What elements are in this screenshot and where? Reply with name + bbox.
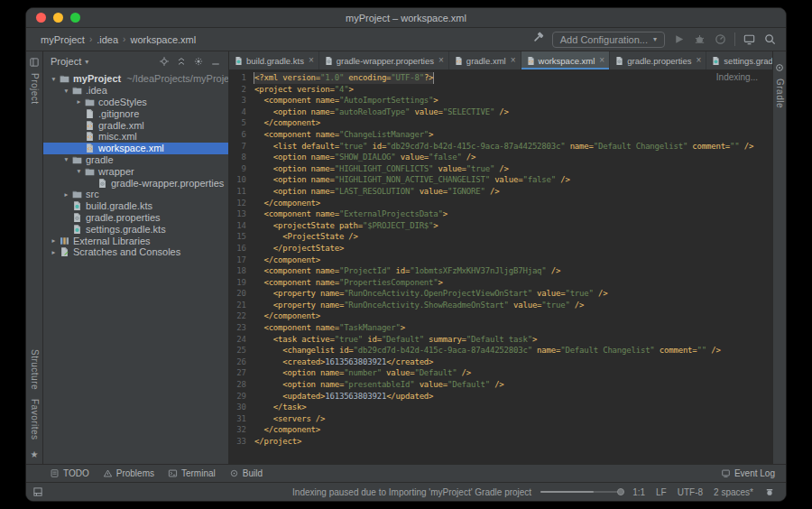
- editor-tab-settings-gradle-kts[interactable]: settings.gradle.kts×: [706, 51, 772, 69]
- tree-item-src[interactable]: ▸src: [43, 189, 228, 200]
- problems-icon: [103, 468, 113, 478]
- collapse-all-icon[interactable]: [176, 56, 187, 67]
- editor-tab-gradle-xml[interactable]: gradle.xml×: [449, 51, 521, 69]
- chevron-closed-icon[interactable]: ▸: [49, 248, 59, 256]
- toolwindow-toggle-icon[interactable]: [32, 486, 43, 497]
- code-line-text: <projectState path="$PROJECT_DIR$">: [254, 220, 438, 232]
- gradle-file-icon: [71, 200, 83, 211]
- toolwindow-tab-structure[interactable]: Structure: [30, 349, 40, 390]
- line-number: 8: [229, 152, 254, 163]
- close-tab-icon[interactable]: ×: [438, 56, 444, 65]
- tree-item-gradle-wrapper-properties[interactable]: gradle-wrapper.properties: [43, 177, 228, 189]
- code-line: 5 </component>: [229, 117, 772, 129]
- code-line: 33</project>: [229, 436, 772, 448]
- code-line: 19 <component name="PropertiesComponent"…: [229, 277, 772, 289]
- code-line: 3 <component name="AutoImportSettings">: [229, 95, 772, 106]
- minimize-window-button[interactable]: [53, 13, 63, 23]
- toolwindow-button-build[interactable]: Build: [229, 468, 263, 478]
- tree-item-settings-gradle-kts[interactable]: settings.gradle.kts: [43, 223, 228, 235]
- tree-item-label: .idea: [86, 85, 107, 96]
- tree-item-external-libraries[interactable]: ▸External Libraries: [43, 235, 228, 246]
- code-line-text: </projectState>: [254, 243, 344, 255]
- tree-item-gradle[interactable]: ▾gradle: [43, 154, 228, 166]
- close-tab-icon[interactable]: ×: [309, 56, 314, 65]
- tree-item-myproject[interactable]: ▾myProject~/IdeaProjects/myProject: [43, 73, 228, 85]
- tree-item-build-gradle-kts[interactable]: build.gradle.kts: [43, 200, 228, 212]
- code-area: 1<?xml version="1.0" encoding="UTF-8"?>2…: [229, 70, 772, 448]
- search-icon[interactable]: [763, 32, 777, 46]
- editor-tab-gradle-properties[interactable]: gradle.properties×: [610, 51, 706, 69]
- close-tab-icon[interactable]: ×: [599, 56, 604, 65]
- favorites-star-icon[interactable]: ★: [31, 449, 39, 459]
- breadcrumb-item-myproject[interactable]: myProject: [41, 34, 85, 45]
- folder-icon: [84, 166, 96, 177]
- code-line-text: <component name="TaskManager">: [254, 322, 405, 334]
- indexing-progress-bar[interactable]: [540, 491, 622, 493]
- tree-item-misc-xml[interactable]: misc.xml: [43, 131, 228, 143]
- chevron-closed-icon[interactable]: ▸: [61, 190, 71, 199]
- chevron-open-icon[interactable]: ▾: [61, 87, 71, 95]
- toolwindow-button-todo[interactable]: TODO: [50, 468, 89, 478]
- breadcrumb-item-workspace-xml[interactable]: workspace.xml: [130, 34, 196, 45]
- toolbar-right: Add Configuration... ▾: [531, 31, 777, 48]
- chevron-open-icon[interactable]: ▾: [61, 155, 71, 163]
- toolwindow-tab-favorites[interactable]: Favorites: [30, 399, 40, 440]
- project-toolwindow-icon[interactable]: [29, 57, 40, 68]
- zoom-window-button[interactable]: [70, 13, 80, 23]
- progress-knob[interactable]: [617, 488, 624, 495]
- add-configuration-button[interactable]: Add Configuration... ▾: [552, 32, 665, 48]
- tree-item-idea[interactable]: ▾.idea: [43, 85, 228, 97]
- breadcrumb-item-idea[interactable]: .idea: [97, 34, 118, 45]
- status-message[interactable]: Indexing paused due to Importing 'myProj…: [292, 487, 531, 497]
- code-line: 6 <component name="ChangeListManager">: [229, 129, 772, 141]
- device-icon[interactable]: [743, 32, 756, 46]
- profiler-icon[interactable]: [714, 32, 727, 46]
- editor-tab-build-gradle-kts[interactable]: build.gradle.kts×: [229, 51, 319, 69]
- toolwindow-tab-project[interactable]: Project: [30, 73, 40, 105]
- hammer-icon[interactable]: [531, 31, 545, 44]
- chevron-closed-icon[interactable]: ▸: [49, 236, 59, 245]
- status-item-1-1[interactable]: 1:1: [632, 487, 645, 497]
- toolbar-divider: [734, 32, 735, 46]
- toolwindow-button-terminal[interactable]: Terminal: [168, 468, 216, 478]
- debug-icon[interactable]: [693, 32, 706, 46]
- locate-icon[interactable]: [159, 56, 170, 67]
- editor-tab-gradle-wrapper-properties[interactable]: gradle-wrapper.properties×: [319, 51, 449, 69]
- chevron-open-icon[interactable]: ▾: [74, 167, 84, 175]
- close-tab-icon[interactable]: ×: [697, 56, 702, 65]
- status-item-2-spaces[interactable]: 2 spaces*: [714, 487, 753, 497]
- editor-area: build.gradle.kts×gradle-wrapper.properti…: [229, 51, 772, 464]
- close-window-button[interactable]: [36, 13, 46, 23]
- gradle-toolwindow-icon[interactable]: [774, 62, 785, 73]
- chevron-open-icon[interactable]: ▾: [49, 75, 59, 83]
- toolwindow-tab-gradle[interactable]: Gradle: [775, 79, 785, 108]
- toolwindow-button-problems[interactable]: Problems: [103, 468, 154, 478]
- status-item-utf-8[interactable]: UTF-8: [678, 487, 703, 497]
- project-view-selector[interactable]: Project ▾: [51, 56, 88, 67]
- chevron-closed-icon[interactable]: ▸: [74, 97, 84, 106]
- code-line: 14 <projectState path="$PROJECT_DIR$">: [229, 220, 772, 232]
- tree-item-codestyles[interactable]: ▸codeStyles: [43, 97, 228, 108]
- code-viewport[interactable]: Indexing... 1<?xml version="1.0" encodin…: [229, 70, 772, 464]
- hide-icon[interactable]: [210, 56, 221, 67]
- run-icon[interactable]: [672, 32, 686, 46]
- status-item-lf[interactable]: LF: [656, 487, 667, 497]
- code-line: 18 <component name="ProjectId" id="1obmt…: [229, 265, 772, 277]
- tree-item-scratches-and-consoles[interactable]: ▸Scratches and Consoles: [43, 246, 228, 258]
- tree-item-wrapper[interactable]: ▾wrapper: [43, 165, 228, 177]
- tree-item-workspace-xml[interactable]: workspace.xml: [43, 143, 228, 154]
- tree-item-gradle-xml[interactable]: gradle.xml: [43, 119, 228, 131]
- event-log-button[interactable]: Event Log: [721, 468, 775, 478]
- xml-file-icon: [84, 143, 96, 153]
- code-line-text: <ProjectState />: [254, 231, 358, 243]
- tree-item-gradle-properties[interactable]: gradle.properties: [43, 212, 228, 224]
- project-tree: ▾myProject~/IdeaProjects/myProject▾.idea…: [43, 71, 228, 464]
- code-line: 17 </component>: [229, 255, 772, 266]
- tree-item-label: codeStyles: [98, 97, 147, 107]
- editor-tab-workspace-xml[interactable]: workspace.xml×: [521, 51, 611, 69]
- settings-icon[interactable]: [193, 56, 204, 67]
- close-tab-icon[interactable]: ×: [511, 56, 516, 65]
- tree-item-gitignore[interactable]: .gitignore: [43, 107, 228, 119]
- line-number: 29: [229, 391, 254, 403]
- inspections-profile-icon[interactable]: [764, 486, 775, 497]
